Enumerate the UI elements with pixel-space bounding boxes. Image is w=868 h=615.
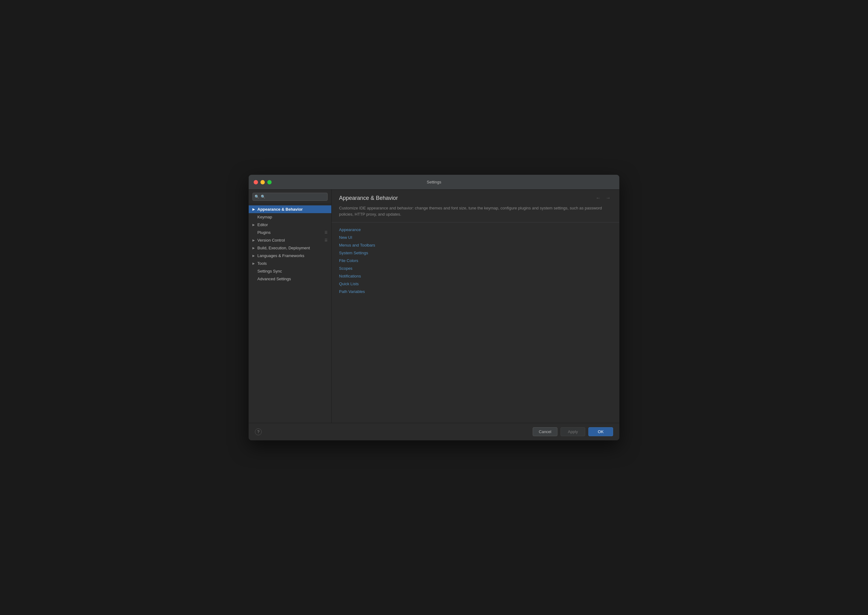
sidebar-item-label: Appearance & Behavior xyxy=(258,207,303,212)
back-arrow[interactable]: ← xyxy=(595,195,602,201)
version-control-badge: ☰ xyxy=(325,238,328,242)
minimize-button[interactable] xyxy=(261,180,265,184)
sidebar-item-tools[interactable]: ▶ Tools xyxy=(249,259,331,267)
search-wrapper: 🔍 xyxy=(253,193,328,201)
nav-arrows: ← → xyxy=(595,195,612,201)
main-content: 🔍 ▶ Appearance & Behavior Keymap ▶ Edito xyxy=(249,190,619,423)
apply-button[interactable]: Apply xyxy=(560,427,585,436)
link-path-variables[interactable]: Path Variables xyxy=(339,289,612,294)
footer-left: ? xyxy=(255,428,262,435)
settings-window: Settings 🔍 ▶ Appearance & Behavior Keyma… xyxy=(248,175,620,440)
sidebar-item-label: Build, Execution, Deployment xyxy=(258,246,310,250)
chevron-icon: ▶ xyxy=(253,246,256,250)
content-description: Customize IDE appearance and behavior: c… xyxy=(332,201,619,222)
sidebar-item-plugins[interactable]: ▶ Plugins ☰ xyxy=(249,229,331,236)
sidebar-items: ▶ Appearance & Behavior Keymap ▶ Editor … xyxy=(249,204,331,423)
footer: ? Cancel Apply OK xyxy=(249,423,619,440)
content-area: Appearance & Behavior ← → Customize IDE … xyxy=(332,190,619,423)
sidebar-item-advanced-settings[interactable]: Advanced Settings xyxy=(249,275,331,283)
content-title: Appearance & Behavior xyxy=(339,195,398,201)
sidebar-item-editor[interactable]: ▶ Editor xyxy=(249,221,331,229)
content-header: Appearance & Behavior ← → xyxy=(332,190,619,201)
sidebar-item-label: Settings Sync xyxy=(258,269,282,273)
chevron-icon: ▶ xyxy=(253,262,256,265)
ok-button[interactable]: OK xyxy=(589,427,613,436)
link-appearance[interactable]: Appearance xyxy=(339,227,612,232)
sidebar-item-label: Version Control xyxy=(258,238,285,242)
link-scopes[interactable]: Scopes xyxy=(339,266,612,271)
window-title: Settings xyxy=(427,180,442,184)
link-system-settings[interactable]: System Settings xyxy=(339,251,612,255)
search-container: 🔍 xyxy=(249,190,331,204)
forward-arrow[interactable]: → xyxy=(604,195,612,201)
link-notifications[interactable]: Notifications xyxy=(339,274,612,278)
footer-buttons: Cancel Apply OK xyxy=(533,427,613,436)
sidebar-item-label: Keymap xyxy=(258,215,272,219)
sidebar-item-version-control[interactable]: ▶ Version Control ☰ xyxy=(249,236,331,244)
link-new-ui[interactable]: New UI xyxy=(339,235,612,240)
sidebar-item-appearance-behavior[interactable]: ▶ Appearance & Behavior xyxy=(249,205,331,213)
chevron-icon: ▶ xyxy=(253,254,256,258)
cancel-button[interactable]: Cancel xyxy=(533,427,557,436)
sidebar-item-label: Languages & Frameworks xyxy=(258,253,304,258)
maximize-button[interactable] xyxy=(267,180,272,184)
title-bar: Settings xyxy=(249,175,619,190)
sidebar: 🔍 ▶ Appearance & Behavior Keymap ▶ Edito xyxy=(249,190,332,423)
chevron-icon: ▶ xyxy=(253,239,256,242)
content-links: Appearance New UI Menus and Toolbars Sys… xyxy=(332,222,619,423)
sidebar-item-build-exec-deploy[interactable]: ▶ Build, Execution, Deployment xyxy=(249,244,331,252)
sidebar-item-keymap[interactable]: Keymap xyxy=(249,213,331,221)
link-file-colors[interactable]: File Colors xyxy=(339,258,612,263)
chevron-icon: ▶ xyxy=(253,223,256,226)
close-button[interactable] xyxy=(254,180,258,184)
sidebar-item-label: Tools xyxy=(258,261,267,266)
plugins-badge: ☰ xyxy=(325,231,328,234)
sidebar-item-label: Editor xyxy=(258,222,268,227)
search-input[interactable] xyxy=(253,193,328,201)
sidebar-item-settings-sync[interactable]: Settings Sync xyxy=(249,267,331,275)
help-button[interactable]: ? xyxy=(255,428,262,435)
chevron-icon: ▶ xyxy=(253,208,256,211)
link-menus-toolbars[interactable]: Menus and Toolbars xyxy=(339,243,612,248)
link-quick-lists[interactable]: Quick Lists xyxy=(339,281,612,286)
sidebar-item-label: Advanced Settings xyxy=(258,276,291,281)
traffic-lights xyxy=(254,180,272,184)
sidebar-item-label: Plugins xyxy=(258,230,271,235)
sidebar-item-languages-frameworks[interactable]: ▶ Languages & Frameworks xyxy=(249,252,331,259)
